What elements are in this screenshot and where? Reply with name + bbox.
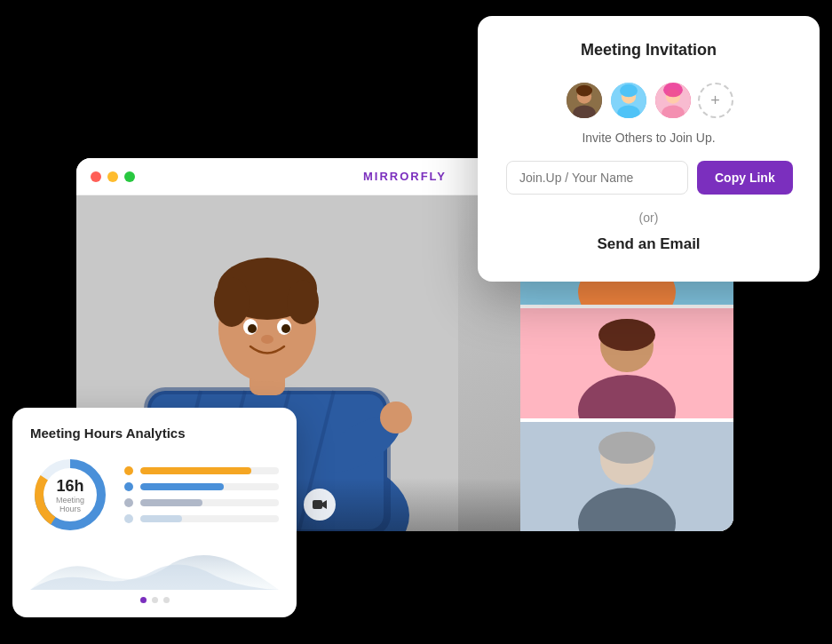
svg-point-3 xyxy=(575,85,591,97)
stat-row xyxy=(124,498,279,507)
meeting-card-title: Meeting Invitation xyxy=(506,41,791,60)
maximize-dot[interactable] xyxy=(124,171,135,182)
stat-bar-bg-1 xyxy=(140,467,279,474)
close-dot[interactable] xyxy=(91,171,101,182)
join-link-input[interactable] xyxy=(506,161,688,195)
donut-center: 16h Meeting Hours xyxy=(51,477,91,513)
stat-bar-fill-2 xyxy=(140,483,224,490)
side-video-3 xyxy=(520,422,733,531)
stat-row xyxy=(124,482,279,491)
page-dot-3[interactable] xyxy=(163,597,170,603)
page-dot-1[interactable] xyxy=(140,597,147,603)
send-email-label[interactable]: Send an Email xyxy=(506,235,791,253)
stat-dot-2 xyxy=(124,482,133,491)
stat-dot-1 xyxy=(124,466,133,475)
svg-point-11 xyxy=(663,83,683,97)
stat-dot-4 xyxy=(124,514,133,523)
stat-dot-3 xyxy=(124,498,133,507)
svg-point-29 xyxy=(248,324,257,333)
analytics-title: Meeting Hours Analytics xyxy=(30,425,279,441)
stat-row xyxy=(124,466,279,475)
stat-bar-bg-4 xyxy=(140,515,279,522)
avatar xyxy=(565,81,604,120)
svg-point-30 xyxy=(281,324,290,333)
donut-label: Meeting Hours xyxy=(51,496,91,513)
meeting-invitation-card: Meeting Invitation xyxy=(478,16,820,282)
analytics-card: Meeting Hours Analytics 16h Meeting Hour… xyxy=(12,408,297,617)
donut-value: 16h xyxy=(51,477,91,496)
minimize-dot[interactable] xyxy=(107,171,118,182)
avatar-group: + xyxy=(506,81,791,120)
stat-bar-fill-4 xyxy=(140,515,182,522)
copy-link-button[interactable]: Copy Link xyxy=(697,161,793,195)
invite-text: Invite Others to Join Up. xyxy=(506,131,791,145)
stat-row xyxy=(124,514,279,523)
svg-point-7 xyxy=(620,84,638,98)
add-avatar-button[interactable]: + xyxy=(698,83,733,118)
window-controls xyxy=(91,171,135,182)
link-row: Copy Link xyxy=(506,161,791,195)
stat-bar-bg-3 xyxy=(140,499,279,506)
svg-rect-36 xyxy=(313,500,322,509)
svg-point-21 xyxy=(380,402,412,433)
svg-point-25 xyxy=(214,277,250,327)
donut-chart: 16h Meeting Hours xyxy=(30,455,110,535)
camera-button[interactable] xyxy=(304,489,336,521)
or-divider: (or) xyxy=(506,211,791,225)
avatar xyxy=(609,81,648,120)
stats-bars xyxy=(124,466,279,523)
pagination xyxy=(30,597,279,603)
svg-point-44 xyxy=(598,319,655,351)
analytics-body: 16h Meeting Hours xyxy=(30,455,279,535)
page-dot-2[interactable] xyxy=(152,597,158,603)
wave-area xyxy=(30,545,279,590)
side-video-2 xyxy=(520,308,733,417)
stat-bar-bg-2 xyxy=(140,483,279,490)
app-brand: MIRRORFLY xyxy=(363,170,447,183)
avatar xyxy=(654,81,693,120)
svg-point-48 xyxy=(598,432,655,464)
stat-bar-fill-1 xyxy=(140,467,251,474)
stat-bar-fill-3 xyxy=(140,499,202,506)
svg-point-31 xyxy=(261,335,273,344)
svg-point-26 xyxy=(287,280,319,324)
